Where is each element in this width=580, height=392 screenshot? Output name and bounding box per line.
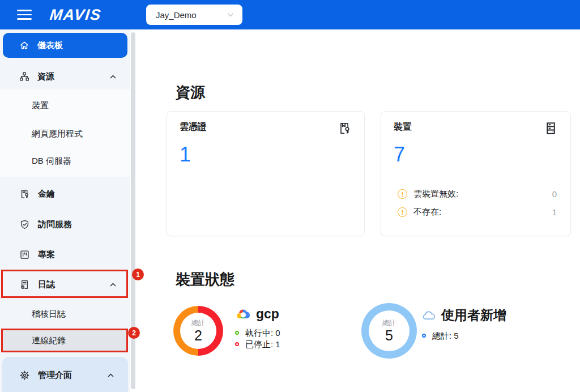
legend-label: 總計: 5 — [432, 331, 459, 340]
divider — [394, 181, 558, 181]
gcp-donut-chart: 總計 2 — [173, 306, 223, 356]
sidebar-item-label: 訪問服務 — [38, 219, 72, 230]
section-title-resources: 資源 — [176, 83, 205, 103]
legend-label: 已停止: 1 — [245, 339, 280, 349]
warning-row: ! 不存在: 1 — [398, 207, 557, 218]
chevron-down-icon — [227, 11, 234, 19]
sidebar-item-resources[interactable]: 資源 — [0, 63, 130, 90]
gcp-chart-info: gcp 執行中: 0 已停止: 1 — [235, 305, 280, 349]
menu-toggle-button[interactable] — [17, 10, 32, 20]
donut-center-label: 總計 — [191, 318, 205, 328]
app-window: MAVIS Jay_Demo 儀表板 資源 裝置 — [0, 0, 580, 392]
sidebar-item-label: 管理介面 — [38, 370, 72, 381]
project-icon — [19, 249, 30, 260]
sidebar-item-label: DB 伺服器 — [32, 156, 71, 167]
legend-dot-red — [235, 342, 239, 346]
sidebar-item-admin-interface[interactable]: 管理介面 — [2, 361, 128, 389]
legend-label: 執行中: 0 — [245, 328, 280, 338]
organization-select[interactable]: Jay_Demo — [146, 5, 242, 25]
admin-section: 管理介面 — [2, 357, 128, 392]
sidebar-item-logs[interactable]: 日誌 — [0, 271, 130, 298]
section-title-device-status: 裝置狀態 — [176, 270, 234, 289]
chevron-up-icon — [109, 73, 117, 80]
donut-center-value: 5 — [385, 328, 393, 344]
legend-item: 執行中: 0 — [235, 328, 280, 338]
sidebar-item-devices[interactable]: 裝置 — [0, 94, 130, 117]
sidebar-item-keys[interactable]: 金鑰 — [0, 180, 130, 207]
chevron-up-icon — [109, 281, 117, 288]
cloud-icon — [422, 310, 436, 321]
organization-select-value: Jay_Demo — [156, 10, 197, 20]
sidebar-item-projects[interactable]: 專案 — [0, 241, 130, 268]
donut-center: 總計 5 — [369, 310, 410, 351]
annotation-step-badge: 1 — [132, 269, 144, 280]
certificate-key-icon — [19, 189, 30, 199]
gcp-logo-icon — [235, 308, 251, 321]
gear-icon — [19, 370, 30, 381]
warning-value: 0 — [552, 189, 557, 199]
sidebar-item-db-servers[interactable]: DB 伺服器 — [0, 150, 130, 172]
cloud-credentials-card[interactable]: 雲憑證 1 — [167, 111, 365, 236]
sidebar-item-label: 裝置 — [32, 100, 49, 111]
card-title: 雲憑證 — [180, 121, 207, 133]
donut-center: 總計 2 — [180, 313, 216, 349]
chart-title: 使用者新增 — [441, 306, 506, 324]
warning-label: 雲裝置無效: — [413, 189, 458, 199]
sidebar-item-connection-records[interactable]: 連線紀錄 — [2, 329, 128, 352]
user-added-chart-info: 使用者新增 總計: 5 — [422, 306, 506, 340]
sidebar-item-label: 連線紀錄 — [32, 335, 66, 346]
sidebar-item-dashboard[interactable]: 儀表板 — [3, 33, 127, 58]
warning-value: 1 — [552, 207, 557, 217]
annotation-step-badge: 2 — [128, 327, 140, 339]
donut-center-value: 2 — [194, 328, 202, 344]
donut-center-label: 總計 — [382, 318, 396, 328]
sidebar-item-audit-logs[interactable]: 稽核日誌 — [0, 304, 130, 324]
home-icon — [19, 40, 29, 50]
card-title: 裝置 — [394, 121, 412, 133]
user-added-donut-chart: 總計 5 — [361, 303, 417, 359]
top-bar: MAVIS Jay_Demo — [0, 0, 580, 29]
warning-icon: ! — [398, 189, 407, 199]
sidebar-item-label: 儀表板 — [37, 40, 63, 51]
sidebar-item-label: 專案 — [38, 249, 55, 260]
main-content: 資源 雲憑證 1 裝置 7 ! 雲裝置無效: 0 — [136, 29, 580, 392]
file-clock-icon — [19, 279, 30, 290]
legend-item: 已停止: 1 — [235, 339, 280, 349]
devices-card[interactable]: 裝置 7 ! 雲裝置無效: 0 ! 不存在: 1 — [381, 111, 571, 236]
app-logo: MAVIS — [49, 6, 102, 24]
sidebar-item-label: 資源 — [37, 71, 54, 82]
sidebar-item-label: 網頁應用程式 — [32, 129, 83, 139]
certificate-key-icon — [338, 121, 352, 135]
legend-item: 總計: 5 — [422, 331, 506, 340]
hamburger-icon — [17, 10, 32, 11]
sidebar-item-label: 稽核日誌 — [32, 309, 66, 319]
cluster-icon — [19, 71, 29, 82]
warning-icon: ! — [398, 207, 407, 217]
sidebar-item-label: 金鑰 — [38, 189, 55, 199]
legend-dot-blue — [422, 334, 426, 338]
sidebar-item-access-services[interactable]: 訪問服務 — [0, 211, 130, 238]
sidebar-item-label: 日誌 — [38, 279, 55, 290]
chevron-up-icon — [107, 372, 114, 379]
sidebar: 儀表板 資源 裝置 網頁應用程式 DB 伺服器 金鑰 — [0, 29, 130, 392]
legend-dot-green — [235, 331, 239, 335]
shield-check-icon — [19, 219, 30, 230]
sidebar-item-web-apps[interactable]: 網頁應用程式 — [0, 122, 130, 145]
cloud-credentials-count: 1 — [180, 143, 352, 166]
warning-label: 不存在: — [413, 207, 441, 218]
warning-row: ! 雲裝置無效: 0 — [398, 189, 557, 199]
chart-title: gcp — [256, 306, 279, 322]
server-icon — [544, 121, 558, 135]
devices-count: 7 — [394, 143, 558, 166]
